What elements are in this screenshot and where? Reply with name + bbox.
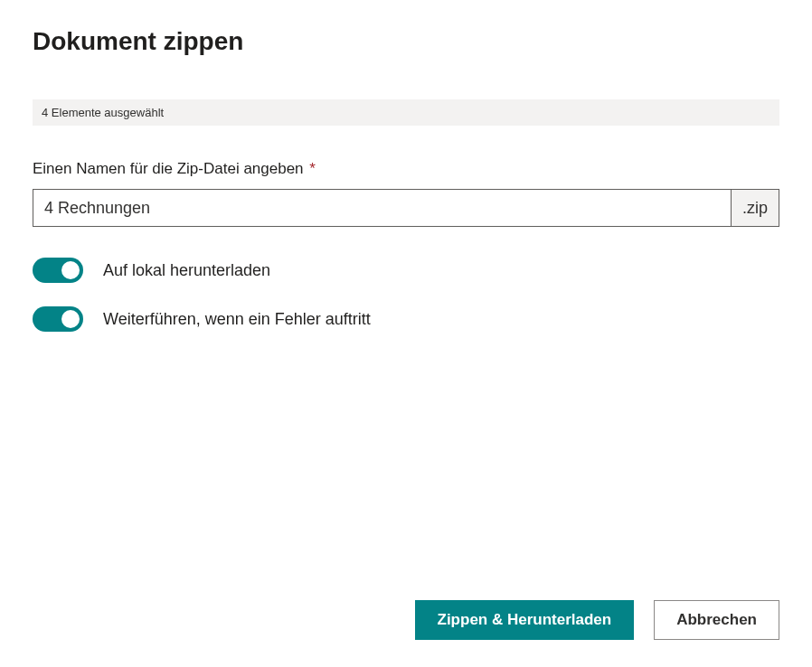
filename-label-text: Einen Namen für die Zip-Datei angeben (33, 160, 304, 177)
filename-input[interactable] (33, 189, 731, 227)
selection-status: 4 Elemente ausgewählt (33, 99, 779, 126)
cancel-button[interactable]: Abbrechen (654, 600, 779, 640)
toggle-continue-on-error[interactable] (33, 306, 83, 332)
toggle-continue-on-error-row: Weiterführen, wenn ein Fehler auftritt (33, 306, 779, 332)
filename-input-row: .zip (33, 189, 779, 227)
filename-suffix: .zip (731, 189, 779, 227)
toggle-download-local-label: Auf lokal herunterladen (103, 261, 270, 280)
toggle-download-local-row: Auf lokal herunterladen (33, 258, 779, 283)
toggle-continue-on-error-label: Weiterführen, wenn ein Fehler auftritt (103, 310, 371, 329)
toggle-knob (61, 261, 80, 279)
toggle-knob (61, 310, 80, 328)
dialog-button-row: Zippen & Herunterladen Abbrechen (33, 600, 779, 640)
zip-and-download-button[interactable]: Zippen & Herunterladen (415, 600, 635, 640)
filename-label: Einen Namen für die Zip-Datei angeben * (33, 160, 779, 178)
dialog-title: Dokument zippen (33, 27, 779, 56)
toggle-download-local[interactable] (33, 258, 83, 283)
spacer (33, 355, 779, 582)
required-asterisk: * (309, 160, 316, 177)
